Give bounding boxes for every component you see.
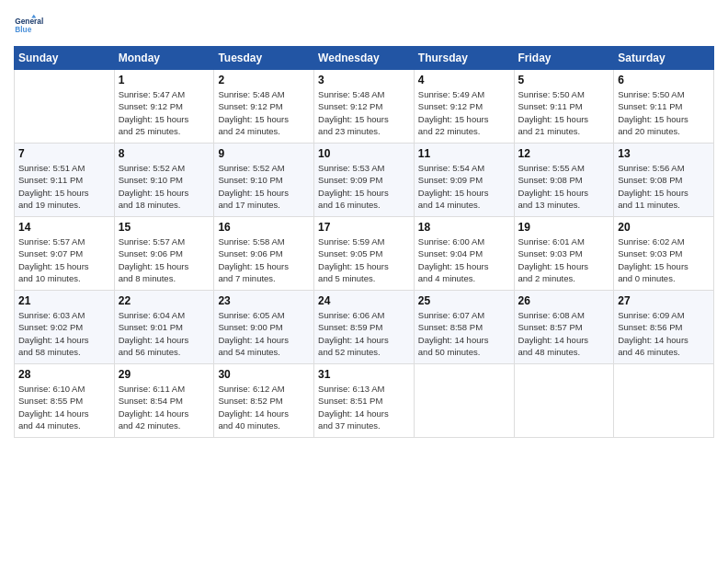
day-number: 13 xyxy=(618,147,710,160)
day-number: 7 xyxy=(18,147,110,160)
day-number: 30 xyxy=(218,368,310,381)
day-info: Sunrise: 5:53 AMSunset: 9:09 PMDaylight:… xyxy=(318,162,410,211)
calendar-table: SundayMondayTuesdayWednesdayThursdayFrid… xyxy=(14,46,714,438)
day-cell: 6Sunrise: 5:50 AMSunset: 9:11 PMDaylight… xyxy=(614,70,714,144)
day-info: Sunrise: 5:54 AMSunset: 9:09 PMDaylight:… xyxy=(418,162,510,211)
day-number: 5 xyxy=(518,74,610,86)
header-day-sunday: Sunday xyxy=(15,47,115,70)
svg-text:Blue: Blue xyxy=(15,25,31,34)
day-info: Sunrise: 6:10 AMSunset: 8:55 PMDaylight:… xyxy=(18,383,110,431)
day-cell: 14Sunrise: 5:57 AMSunset: 9:07 PMDayligh… xyxy=(15,217,115,291)
day-number: 14 xyxy=(18,221,110,234)
day-info: Sunrise: 6:12 AMSunset: 8:52 PMDaylight:… xyxy=(218,383,310,431)
day-number: 25 xyxy=(418,294,510,307)
day-cell: 17Sunrise: 5:59 AMSunset: 9:05 PMDayligh… xyxy=(314,217,415,291)
day-cell: 24Sunrise: 6:06 AMSunset: 8:59 PMDayligh… xyxy=(314,291,415,364)
day-info: Sunrise: 6:08 AMSunset: 8:57 PMDaylight:… xyxy=(518,309,610,358)
day-info: Sunrise: 6:01 AMSunset: 9:03 PMDaylight:… xyxy=(518,236,610,284)
day-cell: 2Sunrise: 5:48 AMSunset: 9:12 PMDaylight… xyxy=(214,70,314,144)
day-number: 9 xyxy=(218,147,310,160)
header: General Blue xyxy=(14,9,714,39)
day-cell: 10Sunrise: 5:53 AMSunset: 9:09 PMDayligh… xyxy=(314,144,415,217)
day-cell: 25Sunrise: 6:07 AMSunset: 8:58 PMDayligh… xyxy=(414,291,514,364)
day-number: 27 xyxy=(618,294,710,307)
day-info: Sunrise: 6:11 AMSunset: 8:54 PMDaylight:… xyxy=(119,383,210,431)
day-info: Sunrise: 6:04 AMSunset: 9:01 PMDaylight:… xyxy=(119,309,210,358)
day-number: 21 xyxy=(18,294,110,307)
day-cell: 7Sunrise: 5:51 AMSunset: 9:11 PMDaylight… xyxy=(15,144,115,217)
day-number: 26 xyxy=(518,294,610,307)
day-cell: 22Sunrise: 6:04 AMSunset: 9:01 PMDayligh… xyxy=(114,291,214,364)
day-cell: 8Sunrise: 5:52 AMSunset: 9:10 PMDaylight… xyxy=(114,144,214,217)
calendar-body: 1Sunrise: 5:47 AMSunset: 9:12 PMDaylight… xyxy=(15,70,714,438)
day-info: Sunrise: 5:59 AMSunset: 9:05 PMDaylight:… xyxy=(318,236,410,284)
day-cell: 18Sunrise: 6:00 AMSunset: 9:04 PMDayligh… xyxy=(414,217,514,291)
week-row-1: 7Sunrise: 5:51 AMSunset: 9:11 PMDaylight… xyxy=(15,144,714,217)
week-row-3: 21Sunrise: 6:03 AMSunset: 9:02 PMDayligh… xyxy=(15,291,714,364)
day-cell xyxy=(15,70,115,144)
logo-icon: General Blue xyxy=(14,9,43,39)
day-info: Sunrise: 5:51 AMSunset: 9:11 PMDaylight:… xyxy=(18,162,110,211)
day-info: Sunrise: 5:56 AMSunset: 9:08 PMDaylight:… xyxy=(618,162,710,211)
day-cell xyxy=(414,364,514,438)
day-number: 1 xyxy=(119,74,210,86)
day-number: 10 xyxy=(318,147,410,160)
day-info: Sunrise: 6:07 AMSunset: 8:58 PMDaylight:… xyxy=(418,309,510,358)
header-day-saturday: Saturday xyxy=(614,47,714,70)
day-number: 6 xyxy=(618,74,710,86)
day-info: Sunrise: 5:57 AMSunset: 9:07 PMDaylight:… xyxy=(18,236,110,284)
day-number: 11 xyxy=(418,147,510,160)
header-day-friday: Friday xyxy=(514,47,614,70)
day-number: 19 xyxy=(518,221,610,234)
day-cell: 19Sunrise: 6:01 AMSunset: 9:03 PMDayligh… xyxy=(514,217,614,291)
day-cell: 27Sunrise: 6:09 AMSunset: 8:56 PMDayligh… xyxy=(614,291,714,364)
day-cell: 13Sunrise: 5:56 AMSunset: 9:08 PMDayligh… xyxy=(614,144,714,217)
day-number: 22 xyxy=(119,294,210,307)
day-info: Sunrise: 6:03 AMSunset: 9:02 PMDaylight:… xyxy=(18,309,110,358)
day-number: 18 xyxy=(418,221,510,234)
day-info: Sunrise: 5:50 AMSunset: 9:11 PMDaylight:… xyxy=(618,88,710,137)
week-row-2: 14Sunrise: 5:57 AMSunset: 9:07 PMDayligh… xyxy=(15,217,714,291)
day-cell xyxy=(514,364,614,438)
day-info: Sunrise: 5:55 AMSunset: 9:08 PMDaylight:… xyxy=(518,162,610,211)
header-day-tuesday: Tuesday xyxy=(214,47,314,70)
day-number: 12 xyxy=(518,147,610,160)
day-info: Sunrise: 6:02 AMSunset: 9:03 PMDaylight:… xyxy=(618,236,710,284)
day-cell: 3Sunrise: 5:48 AMSunset: 9:12 PMDaylight… xyxy=(314,70,415,144)
day-cell: 9Sunrise: 5:52 AMSunset: 9:10 PMDaylight… xyxy=(214,144,314,217)
day-info: Sunrise: 6:09 AMSunset: 8:56 PMDaylight:… xyxy=(618,309,710,358)
day-number: 3 xyxy=(318,74,410,86)
day-cell: 20Sunrise: 6:02 AMSunset: 9:03 PMDayligh… xyxy=(614,217,714,291)
header-day-thursday: Thursday xyxy=(414,47,514,70)
day-number: 20 xyxy=(618,221,710,234)
day-cell: 31Sunrise: 6:13 AMSunset: 8:51 PMDayligh… xyxy=(314,364,415,438)
day-info: Sunrise: 5:57 AMSunset: 9:06 PMDaylight:… xyxy=(119,236,210,284)
day-cell: 15Sunrise: 5:57 AMSunset: 9:06 PMDayligh… xyxy=(114,217,214,291)
day-info: Sunrise: 6:13 AMSunset: 8:51 PMDaylight:… xyxy=(318,383,410,431)
day-number: 24 xyxy=(318,294,410,307)
day-info: Sunrise: 6:05 AMSunset: 9:00 PMDaylight:… xyxy=(218,309,310,358)
day-cell: 12Sunrise: 5:55 AMSunset: 9:08 PMDayligh… xyxy=(514,144,614,217)
page: General Blue SundayMondayTuesdayWednesda… xyxy=(0,0,728,563)
day-number: 17 xyxy=(318,221,410,234)
header-row: SundayMondayTuesdayWednesdayThursdayFrid… xyxy=(15,47,714,70)
header-day-monday: Monday xyxy=(114,47,214,70)
day-cell: 21Sunrise: 6:03 AMSunset: 9:02 PMDayligh… xyxy=(15,291,115,364)
day-info: Sunrise: 5:49 AMSunset: 9:12 PMDaylight:… xyxy=(418,88,510,137)
day-cell: 11Sunrise: 5:54 AMSunset: 9:09 PMDayligh… xyxy=(414,144,514,217)
day-cell: 5Sunrise: 5:50 AMSunset: 9:11 PMDaylight… xyxy=(514,70,614,144)
day-cell: 16Sunrise: 5:58 AMSunset: 9:06 PMDayligh… xyxy=(214,217,314,291)
day-info: Sunrise: 6:00 AMSunset: 9:04 PMDaylight:… xyxy=(418,236,510,284)
day-info: Sunrise: 5:50 AMSunset: 9:11 PMDaylight:… xyxy=(518,88,610,137)
day-number: 2 xyxy=(218,74,310,86)
day-number: 15 xyxy=(119,221,210,234)
day-number: 4 xyxy=(418,74,510,86)
day-cell: 23Sunrise: 6:05 AMSunset: 9:00 PMDayligh… xyxy=(214,291,314,364)
calendar-header: SundayMondayTuesdayWednesdayThursdayFrid… xyxy=(15,47,714,70)
week-row-0: 1Sunrise: 5:47 AMSunset: 9:12 PMDaylight… xyxy=(15,70,714,144)
day-number: 31 xyxy=(318,368,410,381)
day-info: Sunrise: 5:48 AMSunset: 9:12 PMDaylight:… xyxy=(218,88,310,137)
day-cell: 4Sunrise: 5:49 AMSunset: 9:12 PMDaylight… xyxy=(414,70,514,144)
day-cell: 1Sunrise: 5:47 AMSunset: 9:12 PMDaylight… xyxy=(114,70,214,144)
day-number: 8 xyxy=(119,147,210,160)
